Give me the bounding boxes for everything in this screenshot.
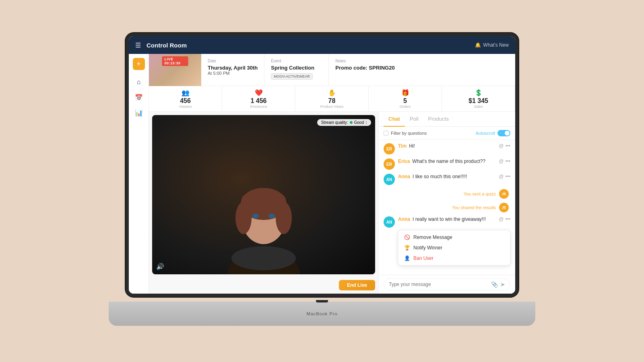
- more-icon-anna[interactable]: •••: [505, 174, 510, 179]
- msg-text-anna-first: I like so much this one!!!!!: [413, 174, 467, 179]
- volume-icon[interactable]: 🔊: [156, 263, 164, 270]
- username-erica: Erica: [398, 158, 410, 164]
- viewers-icon: 👥: [182, 89, 190, 97]
- notes-label: Notes: [335, 59, 509, 63]
- sales-icon: 💲: [475, 89, 483, 97]
- at-icon-anna[interactable]: @: [499, 174, 504, 179]
- chat-panel: Chat Poll Products Filter by questions: [378, 112, 515, 294]
- svg-point-8: [268, 214, 275, 218]
- autoscroll-label: Autoscroll: [476, 131, 495, 136]
- sidebar-analytics[interactable]: 📊: [132, 106, 145, 119]
- stream-quality: Stream quality: Good ℹ: [317, 119, 371, 126]
- username-anna-giveaway: Anna: [398, 216, 410, 222]
- more-icon-tim[interactable]: •••: [505, 143, 510, 149]
- nav-title: Control Room: [147, 42, 475, 49]
- username-tim: Tim: [398, 143, 407, 149]
- at-icon-tim[interactable]: @: [499, 143, 504, 149]
- info-icon: ℹ: [365, 120, 367, 125]
- product-views-icon: ✋: [328, 89, 336, 97]
- stream-quality-label: Stream quality:: [321, 120, 348, 125]
- whats-new[interactable]: 🔔 What's New: [475, 42, 509, 48]
- sales-label: Sales: [474, 105, 483, 109]
- avatar-anna-giveaway: AN: [384, 216, 395, 228]
- event-name-section: Event Spring Collection MOOV-ACTIVEWEAR: [264, 54, 329, 86]
- username-anna-first: Anna: [398, 174, 410, 179]
- message-erica: ER Erica What's the name of this product…: [384, 158, 510, 170]
- results-text: You shared the results: [452, 205, 496, 210]
- emoticons-value: 1 456: [250, 97, 266, 105]
- top-nav: ☰ Control Room 🔔 What's New: [129, 36, 515, 54]
- laptop-brand: MacBook Pro: [306, 311, 337, 316]
- send-icon[interactable]: ➤: [500, 281, 505, 288]
- tab-poll[interactable]: Poll: [405, 112, 423, 127]
- filter-checkbox[interactable]: [384, 131, 388, 136]
- svg-point-9: [231, 246, 296, 270]
- event-info-bar: LIVE 00:15:30 Date Thursday, April 30th …: [149, 54, 515, 86]
- event-notes-section: Notes Promo code: SPRING20: [329, 54, 515, 86]
- bell-icon: 🔔: [475, 42, 481, 48]
- context-notify-winner[interactable]: 🏆 Notify Winner: [398, 243, 510, 253]
- remove-label: Remove Message: [413, 234, 452, 240]
- video-container: Stream quality: Good ℹ 🔊: [152, 115, 375, 274]
- stat-viewers: 👥 456 Viewers: [149, 86, 222, 111]
- end-live-button[interactable]: End Live: [339, 280, 375, 290]
- viewers-value: 456: [180, 97, 191, 105]
- event-date: Thursday, April 30th: [208, 65, 258, 71]
- chat-tabs: Chat Poll Products: [379, 112, 515, 127]
- at-icon-erica[interactable]: @: [499, 158, 504, 164]
- chat-input-wrapper: 📎 ➤: [384, 278, 510, 290]
- laptop-base: MacBook Pro: [109, 302, 535, 326]
- at-icon-anna-g[interactable]: @: [499, 216, 504, 222]
- context-menu: 🚫 Remove Message 🏆 Notify Winner 👤: [398, 230, 510, 265]
- avatar-erica: ER: [384, 158, 395, 170]
- chat-filter-bar: Filter by questions Autoscroll: [379, 127, 515, 140]
- msg-text-erica: What's the name of this product??: [412, 158, 485, 164]
- context-remove-message[interactable]: 🚫 Remove Message: [398, 232, 510, 243]
- add-button[interactable]: +: [133, 58, 145, 70]
- ban-icon: 👤: [404, 255, 410, 261]
- svg-point-7: [252, 214, 259, 218]
- orders-value: 5: [403, 97, 407, 105]
- sidebar: + ⌂ 📅 📊: [129, 54, 149, 294]
- event-tag: MOOV-ACTIVEWEAR: [271, 73, 313, 80]
- stat-product-views: ✋ 78 Product Views: [295, 86, 369, 111]
- whats-new-label: What's New: [483, 42, 509, 48]
- emoticons-label: Emoticons: [250, 105, 267, 109]
- system-avatar-results: JE: [499, 203, 509, 212]
- event-thumbnail: LIVE 00:15:30: [149, 54, 201, 86]
- event-label: Event: [271, 59, 322, 63]
- stream-quality-value: Good: [354, 120, 364, 125]
- chat-input[interactable]: [389, 282, 488, 287]
- tab-products[interactable]: Products: [423, 112, 454, 127]
- message-anna-giveaway: AN Anna I really want to win the giveawa…: [384, 216, 510, 228]
- system-avatar-quizz: JE: [499, 189, 509, 199]
- menu-icon[interactable]: ☰: [135, 41, 141, 49]
- event-date-section: Date Thursday, April 30th At 5:00 PM: [201, 54, 264, 86]
- attach-icon[interactable]: 📎: [491, 281, 498, 288]
- notify-label: Notify Winner: [413, 245, 442, 251]
- notes-value: Promo code: SPRING20: [335, 65, 509, 71]
- context-ban-user[interactable]: 👤 Ban User: [398, 253, 510, 263]
- avatar-anna-first: AN: [384, 174, 395, 185]
- product-views-label: Product Views: [320, 105, 343, 109]
- event-name: Spring Collection: [271, 65, 322, 71]
- viewers-label: Viewers: [179, 105, 192, 109]
- tab-chat[interactable]: Chat: [384, 112, 405, 127]
- toggle-knob: [505, 131, 510, 136]
- sidebar-home[interactable]: ⌂: [132, 76, 145, 88]
- quality-dot: [350, 121, 353, 124]
- emoticons-icon: ❤️: [255, 89, 263, 97]
- more-icon-anna-g[interactable]: •••: [505, 216, 510, 222]
- sidebar-calendar[interactable]: 📅: [132, 91, 145, 104]
- stat-sales: 💲 $1 345 Sales: [442, 86, 515, 111]
- live-badge: LIVE 00:15:30: [162, 56, 188, 66]
- orders-icon: 🎁: [401, 89, 409, 97]
- system-msg-results: You shared the results JE: [384, 203, 510, 212]
- svg-point-6: [242, 190, 286, 210]
- more-icon-erica[interactable]: •••: [505, 158, 510, 164]
- video-section: Stream quality: Good ℹ 🔊 End Live: [149, 112, 378, 294]
- autoscroll-toggle[interactable]: [497, 130, 510, 136]
- product-views-value: 78: [328, 97, 336, 105]
- person-silhouette: [211, 146, 316, 274]
- msg-text-anna-giveaway: I really want to win the giveaway!!!: [413, 216, 486, 222]
